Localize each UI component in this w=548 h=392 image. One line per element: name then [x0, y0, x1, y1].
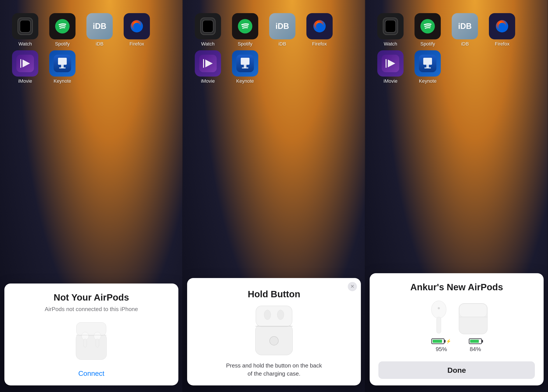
app-keynote-2[interactable]: Keynote — [231, 50, 259, 85]
app-idb[interactable]: iDB iDB — [85, 13, 114, 48]
battery-row: ⚡ 95% 84% — [431, 338, 482, 353]
firefox-label-3: Firefox — [495, 41, 510, 47]
spotify-icon-2 — [232, 13, 258, 39]
idb-label-3: iDB — [461, 41, 469, 47]
svg-rect-41 — [426, 65, 429, 68]
app-spotify-3[interactable]: Spotify — [413, 13, 442, 48]
imovie-label-2: iMovie — [201, 78, 215, 84]
imovie-icon-2 — [195, 50, 221, 77]
keynote-label-2: Keynote — [236, 78, 254, 84]
svg-rect-47 — [459, 304, 487, 317]
svg-rect-25 — [244, 65, 246, 68]
keynote-icon — [49, 50, 76, 77]
app-watch-2[interactable]: Watch — [194, 13, 222, 48]
card-title-3: Ankur's New AirPods — [410, 282, 503, 293]
watch-icon-2 — [195, 13, 221, 39]
svg-point-43 — [431, 301, 446, 318]
watch-label-3: Watch — [384, 41, 398, 47]
left-battery-percent: 95% — [436, 346, 447, 353]
left-battery-bar — [431, 338, 444, 344]
left-battery-icon: ⚡ — [431, 338, 451, 344]
app-idb-2[interactable]: iDB iDB — [268, 13, 297, 48]
svg-rect-15 — [96, 339, 99, 347]
watch-icon — [12, 13, 38, 39]
done-label: Done — [447, 366, 466, 375]
idb-icon-2: iDB — [269, 13, 295, 39]
app-spotify-2[interactable]: Spotify — [231, 13, 259, 48]
app-firefox[interactable]: Firefox — [122, 13, 151, 48]
app-imovie-3[interactable]: iMovie — [376, 50, 405, 85]
right-battery-percent: 84% — [470, 346, 481, 353]
panel-2: Watch Spotify iDB iDB Firefox iMovie — [183, 0, 365, 392]
panel-3: Watch Spotify iDB iDB Firefox iMovie — [365, 0, 548, 392]
firefox-label: Firefox — [129, 41, 144, 47]
svg-rect-40 — [423, 58, 432, 65]
keynote-icon-2 — [232, 50, 258, 77]
right-battery-fill — [470, 340, 479, 343]
spotify-label-2: Spotify — [238, 41, 252, 47]
svg-rect-24 — [241, 58, 249, 65]
app-firefox-3[interactable]: Firefox — [488, 13, 516, 48]
close-button[interactable]: ✕ — [348, 282, 357, 291]
airpods-connected-image — [424, 299, 490, 336]
app-firefox-2[interactable]: Firefox — [305, 13, 334, 48]
spotify-label-3: Spotify — [420, 41, 435, 47]
svg-rect-28 — [256, 306, 292, 327]
imovie-icon — [12, 50, 38, 77]
app-idb-3[interactable]: iDB iDB — [451, 13, 479, 48]
svg-point-44 — [438, 307, 440, 309]
idb-icon: iDB — [86, 13, 113, 39]
card-body-2: Press and hold the button on the back of… — [222, 362, 326, 378]
done-button[interactable]: Done — [378, 361, 535, 379]
app-keynote[interactable]: Keynote — [48, 50, 77, 85]
left-battery-fill — [433, 340, 442, 343]
close-icon: ✕ — [350, 284, 354, 289]
app-grid-2: Watch Spotify iDB iDB Firefox iMovie — [194, 13, 334, 85]
card-title-1: Not Your AirPods — [54, 292, 129, 303]
spotify-label: Spotify — [55, 41, 70, 47]
connected-airpods-card: Ankur's New AirPods — [370, 273, 544, 385]
right-battery-icon — [469, 338, 482, 344]
airpods-image-1 — [65, 319, 118, 363]
keynote-label-3: Keynote — [419, 78, 437, 84]
not-your-airpods-card: Not Your AirPods AirPods not connected t… — [4, 283, 178, 385]
card-title-2: Hold Button — [248, 289, 300, 300]
keynote-icon-3 — [414, 50, 441, 77]
svg-rect-9 — [59, 67, 66, 69]
svg-point-3 — [133, 23, 140, 30]
app-grid-3: Watch Spotify iDB iDB Firefox iMovie — [376, 13, 516, 85]
watch-label: Watch — [18, 41, 32, 47]
left-battery-bolt: ⚡ — [446, 339, 451, 344]
firefox-label-2: Firefox — [312, 41, 327, 47]
imovie-label: iMovie — [18, 78, 32, 84]
airpods-hold-image — [248, 302, 300, 357]
svg-rect-13 — [84, 339, 87, 347]
keynote-label: Keynote — [54, 78, 71, 84]
app-imovie[interactable]: iMovie — [11, 50, 39, 85]
app-keynote-3[interactable]: Keynote — [413, 50, 442, 85]
panel-1: Watch Spotify iDB iDB Firefox iMovie — [0, 0, 183, 392]
watch-icon-3 — [377, 13, 404, 39]
svg-rect-10 — [76, 333, 107, 360]
right-battery-bar — [469, 338, 482, 344]
connect-button[interactable]: Connect — [78, 370, 104, 378]
imovie-label-3: iMovie — [384, 78, 398, 84]
svg-point-32 — [277, 310, 284, 320]
watch-label-2: Watch — [201, 41, 215, 47]
svg-rect-11 — [76, 322, 106, 336]
right-battery: 84% — [469, 338, 482, 353]
svg-rect-45 — [437, 317, 441, 333]
svg-rect-42 — [424, 67, 431, 69]
svg-rect-8 — [61, 65, 64, 68]
svg-point-30 — [270, 336, 278, 345]
left-battery: ⚡ 95% — [431, 338, 451, 353]
firefox-icon-2 — [306, 13, 333, 39]
idb-label: iDB — [96, 41, 103, 47]
svg-point-20 — [316, 23, 323, 30]
app-imovie-2[interactable]: iMovie — [194, 50, 222, 85]
app-watch[interactable]: Watch — [11, 13, 39, 48]
idb-label-2: iDB — [278, 41, 286, 47]
app-spotify[interactable]: Spotify — [48, 13, 77, 48]
app-grid-1: Watch Spotify iDB iDB Firefox iMovie — [11, 13, 151, 85]
app-watch-3[interactable]: Watch — [376, 13, 405, 48]
